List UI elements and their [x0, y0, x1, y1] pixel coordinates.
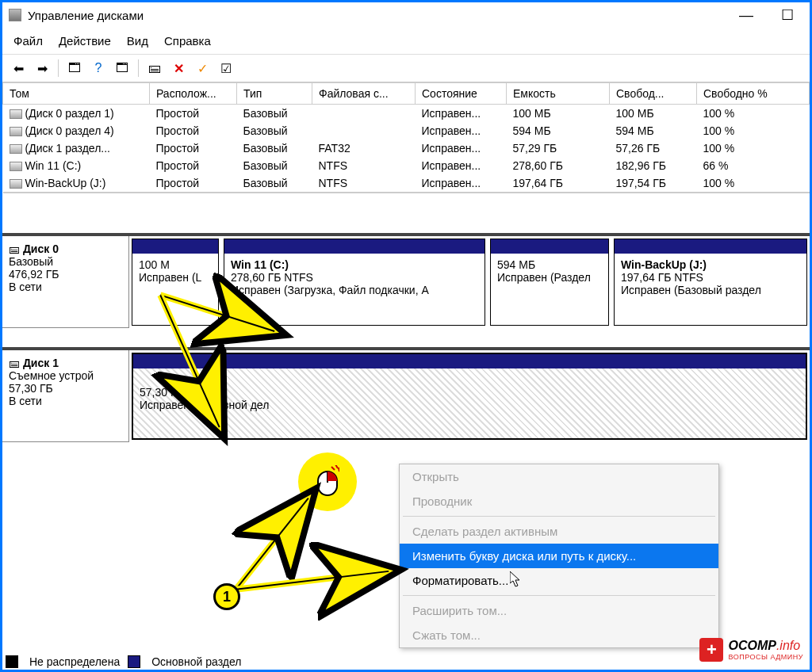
menu-help[interactable]: Справка — [164, 34, 211, 48]
context-menu: Открыть Проводник Сделать раздел активны… — [399, 464, 719, 648]
help-icon[interactable]: ? — [87, 58, 109, 78]
table-row[interactable]: (Диск 0 раздел 1)ПростойБазовыйИсправен.… — [3, 105, 810, 123]
legend-unalloc-swatch — [6, 655, 18, 668]
disk0-part-1[interactable]: Win 11 (C:) 278,60 ГБ NTFS Исправен (Заг… — [224, 239, 485, 326]
table-row[interactable]: (Диск 0 раздел 4)ПростойБазовыйИсправен.… — [3, 122, 810, 139]
menu-shrink[interactable]: Сжать том... — [400, 623, 718, 647]
volume-icon — [10, 144, 22, 154]
window-title: Управление дисками — [28, 9, 144, 22]
volume-icon — [10, 179, 22, 189]
disk-icon: 🖴 — [9, 357, 20, 369]
svg-line-6 — [236, 498, 308, 590]
col-type[interactable]: Тип — [237, 83, 312, 105]
menu-extend[interactable]: Расширить том... — [400, 598, 718, 623]
col-capacity[interactable]: Емкость — [507, 83, 610, 105]
svg-line-7 — [236, 498, 308, 590]
menu-view[interactable]: Вид — [127, 34, 148, 48]
svg-line-8 — [236, 571, 389, 590]
check-icon[interactable]: ✓ — [191, 58, 213, 78]
back-icon[interactable]: ⬅ — [7, 58, 29, 78]
checklist-icon[interactable]: ☑ — [215, 58, 237, 78]
table-row[interactable]: Win 11 (C:)ПростойБазовыйNTFSИсправен...… — [3, 157, 810, 174]
disk0-part-3[interactable]: Win-BackUp (J:) 197,64 ГБ NTFS Исправен … — [614, 239, 807, 326]
disk-0-row: 🖴 Диск 0 Базовый 476,92 ГБ В сети 100 М … — [2, 233, 810, 328]
disk0-part-0[interactable]: 100 М Исправен (L — [132, 239, 219, 326]
toolbar: ⬅ ➡ 🗔 ? 🗔 🖴 ✕ ✓ ☑ — [2, 54, 810, 82]
mouse-icon — [316, 465, 339, 498]
legend-unalloc-label: Не распределена — [29, 655, 120, 668]
app-window: Управление дисками — ☐ Файл Действие Вид… — [0, 0, 812, 672]
legend-primary-label: Основной раздел — [151, 655, 241, 668]
menu-format[interactable]: Форматировать... — [400, 568, 718, 593]
disk-icon: 🖴 — [9, 242, 20, 255]
table-row[interactable]: Win-BackUp (J:)ПростойБазовыйNTFSИсправе… — [3, 174, 810, 193]
col-fs[interactable]: Файловая с... — [312, 83, 416, 105]
disk-1-row: 🖴 Диск 1 Съемное устрой 57,30 ГБ В сети … — [2, 347, 810, 442]
legend-primary-swatch — [128, 655, 140, 668]
annotation-badge-1: 1 — [213, 583, 240, 610]
volume-icon — [10, 127, 22, 136]
menu-action[interactable]: Действие — [59, 34, 111, 48]
panel-icon[interactable]: 🗔 — [63, 58, 86, 78]
menu-set-active[interactable]: Сделать раздел активным — [400, 519, 718, 544]
rightclick-highlight — [298, 452, 357, 511]
menu-change-letter[interactable]: Изменить букву диска или путь к диску... — [400, 544, 718, 568]
titlebar: Управление дисками — ☐ — [2, 2, 810, 28]
col-location[interactable]: Располож... — [150, 83, 237, 105]
disk-0-label: 🖴 Диск 0 Базовый 476,92 ГБ В сети — [2, 236, 129, 328]
disk0-part-2[interactable]: 594 МБ Исправен (Раздел — [490, 239, 609, 326]
maximize-button[interactable]: ☐ — [776, 7, 799, 23]
svg-line-9 — [236, 571, 389, 590]
col-freepct[interactable]: Свободно % — [697, 83, 810, 105]
legend: Не распределена Основной раздел — [6, 655, 241, 668]
disk1-part-0[interactable]: 57,30 ГБ FAT32 Исправен (Основной дел — [132, 353, 807, 440]
volumes-table: Том Располож... Тип Файловая с... Состоя… — [2, 82, 810, 193]
app-icon — [9, 9, 21, 21]
menu-open[interactable]: Открыть — [400, 464, 718, 489]
cursor-icon — [510, 571, 521, 587]
plus-icon: + — [699, 638, 723, 662]
col-free[interactable]: Свобод... — [610, 83, 697, 105]
menu-file[interactable]: Файл — [13, 34, 43, 48]
table-header: Том Располож... Тип Файловая с... Состоя… — [3, 83, 810, 105]
watermark: + OCOMP.info ВОПРОСЫ АДМИНУ — [699, 638, 803, 662]
table-row[interactable]: (Диск 1 раздел...ПростойБазовыйFAT32Испр… — [3, 139, 810, 157]
panel2-icon[interactable]: 🗔 — [111, 58, 133, 78]
forward-icon[interactable]: ➡ — [31, 58, 53, 78]
disk-icon[interactable]: 🖴 — [144, 58, 166, 78]
volume-icon — [10, 162, 22, 171]
menu-explorer[interactable]: Проводник — [400, 489, 718, 514]
disk-1-label: 🖴 Диск 1 Съемное устрой 57,30 ГБ В сети — [2, 350, 129, 442]
menubar: Файл Действие Вид Справка — [2, 28, 810, 54]
volume-icon — [10, 109, 22, 119]
delete-icon[interactable]: ✕ — [167, 58, 190, 78]
col-state[interactable]: Состояние — [416, 83, 507, 105]
minimize-button[interactable]: — — [735, 7, 757, 23]
col-volume[interactable]: Том — [3, 83, 150, 105]
